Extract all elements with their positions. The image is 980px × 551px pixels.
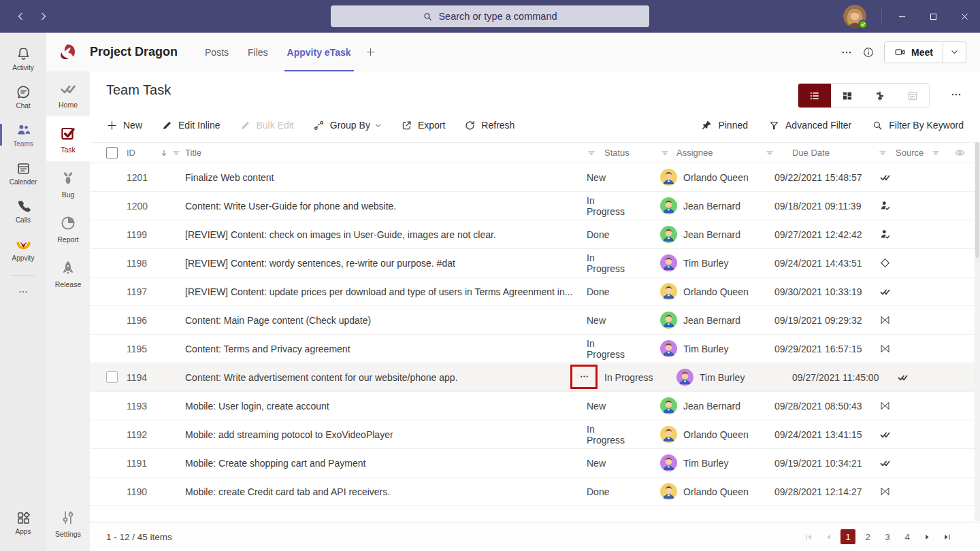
filter-icon[interactable] bbox=[172, 148, 181, 158]
rail-item-activity[interactable]: Activity bbox=[0, 39, 46, 78]
filter-icon[interactable] bbox=[878, 148, 896, 158]
sidenav-item-report[interactable]: Report bbox=[46, 206, 90, 251]
table-scrollbar[interactable] bbox=[975, 142, 980, 521]
page-next-button[interactable] bbox=[919, 529, 934, 544]
table-row[interactable]: 1191 Mobile: Create shopping cart and Pa… bbox=[90, 449, 980, 478]
refresh-button[interactable]: Refresh bbox=[464, 120, 514, 131]
sidenav-item-bug[interactable]: Bug bbox=[46, 161, 90, 206]
sidenav-item-home[interactable]: Home bbox=[46, 71, 90, 116]
rail-item-calendar[interactable]: Calender bbox=[0, 154, 46, 192]
filter-icon[interactable] bbox=[660, 148, 676, 158]
sort-desc-icon[interactable] bbox=[159, 148, 169, 158]
meet-button[interactable]: Meet bbox=[885, 42, 943, 63]
edit-inline-button[interactable]: Edit Inline bbox=[161, 120, 220, 131]
rail-item-apps[interactable]: Apps bbox=[0, 503, 46, 541]
table-row[interactable]: 1192 Mobile: add streaming potocol to Ex… bbox=[90, 420, 980, 449]
task-title[interactable]: Content: Terms and Privacy agreement bbox=[185, 344, 587, 354]
task-title[interactable]: Mobile: User login, create account bbox=[185, 401, 587, 412]
page-prev-button[interactable] bbox=[821, 529, 836, 544]
column-visibility-eye-icon[interactable] bbox=[947, 147, 972, 158]
assignee-avatar bbox=[660, 197, 677, 214]
view-calendar-button[interactable] bbox=[896, 84, 929, 107]
task-title[interactable]: Content: Write User-Guide for phone and … bbox=[185, 201, 587, 212]
task-status: In Progress bbox=[587, 252, 604, 274]
advanced-filter-button[interactable]: Advanced Filter bbox=[768, 120, 851, 131]
export-button[interactable]: Export bbox=[401, 120, 445, 131]
etask-dblcheck-icon bbox=[879, 171, 891, 183]
task-title[interactable]: Mobile: create Credit card tab and API r… bbox=[185, 486, 587, 497]
table-row[interactable]: 1197 [REVIEW] Content: update prices per… bbox=[90, 278, 980, 306]
meet-dropdown-button[interactable] bbox=[943, 42, 966, 63]
search-input[interactable]: Search or type a command bbox=[331, 5, 649, 27]
forward-icon[interactable] bbox=[38, 11, 49, 22]
channel-more-button[interactable] bbox=[840, 46, 853, 59]
page-number-1[interactable]: 1 bbox=[840, 529, 855, 544]
tab-posts[interactable]: Posts bbox=[195, 33, 238, 71]
task-title[interactable]: Mobile: add streaming potocol to ExoVide… bbox=[185, 429, 587, 440]
task-due-date: 09/29/2021 16:57:15 bbox=[765, 344, 783, 354]
sidenav-item-task[interactable]: Task bbox=[46, 116, 90, 161]
filter-by-keyword-button[interactable]: Filter By Keyword bbox=[872, 120, 964, 131]
group-by-button[interactable]: Group By bbox=[313, 120, 382, 131]
table-row[interactable]: 1201 Finalize Web content New Orlando Qu… bbox=[90, 163, 980, 192]
task-title[interactable]: [REVIEW] Content: update prices per down… bbox=[185, 286, 587, 297]
rail-item-appvity[interactable]: Appvity bbox=[0, 230, 46, 268]
view-gantt-button[interactable] bbox=[864, 84, 896, 107]
table-row[interactable]: 1199 [REVIEW] Content: check on images i… bbox=[90, 220, 980, 249]
rail-item-teams[interactable]: Teams bbox=[0, 116, 46, 154]
view-list-button[interactable] bbox=[798, 84, 831, 107]
page-number-4[interactable]: 4 bbox=[900, 529, 915, 544]
table-row[interactable]: 1195 Content: Terms and Privacy agreemen… bbox=[90, 335, 980, 363]
task-title[interactable]: [REVIEW] Content: check on images in Use… bbox=[185, 229, 587, 240]
page-number-3[interactable]: 3 bbox=[880, 529, 895, 544]
filter-icon[interactable] bbox=[765, 148, 783, 158]
rail-more-button[interactable] bbox=[18, 286, 29, 300]
table-row[interactable]: 1193 Mobile: User login, create account … bbox=[90, 392, 980, 420]
table-row[interactable]: 1190 Mobile: create Credit card tab and … bbox=[90, 478, 980, 506]
col-due-date: Due Date bbox=[783, 148, 878, 158]
tab-files[interactable]: Files bbox=[238, 33, 278, 71]
user-avatar[interactable] bbox=[843, 5, 866, 28]
select-all-checkbox[interactable] bbox=[106, 147, 118, 158]
minimize-button[interactable] bbox=[886, 0, 917, 33]
page-last-button[interactable] bbox=[939, 529, 954, 544]
chevron-down-icon bbox=[950, 48, 959, 56]
person-check-icon bbox=[879, 229, 891, 240]
page-first-button[interactable] bbox=[801, 529, 816, 544]
rail-item-chat[interactable]: Chat bbox=[0, 78, 46, 116]
new-button[interactable]: New bbox=[106, 120, 142, 131]
rail-item-calls[interactable]: Calls bbox=[0, 192, 46, 230]
sidenav-item-release[interactable]: Release bbox=[46, 251, 90, 296]
view-more-button[interactable] bbox=[950, 88, 962, 103]
sidenav-item-settings[interactable]: Settings bbox=[46, 501, 90, 546]
tab-appvity-etask[interactable]: Appvity eTask bbox=[278, 33, 361, 71]
task-title[interactable]: [REVIEW] Content: wordy sentences, re-wr… bbox=[185, 258, 587, 269]
task-status: In Progress bbox=[587, 195, 604, 217]
add-tab-button[interactable] bbox=[361, 42, 381, 63]
items-count: 1 - 12 / 45 items bbox=[106, 532, 172, 542]
view-board-button[interactable] bbox=[831, 84, 864, 107]
page-number-2[interactable]: 2 bbox=[860, 529, 875, 544]
channel-info-button[interactable] bbox=[862, 46, 875, 59]
task-title[interactable]: Mobile: Create shopping cart and Payment bbox=[185, 458, 587, 469]
bulk-edit-button[interactable]: Bulk Edit bbox=[240, 120, 294, 131]
table-row[interactable]: 1198 [REVIEW] Content: wordy sentences, … bbox=[90, 249, 980, 278]
task-assignee: Orlando Queen bbox=[660, 169, 676, 186]
close-button[interactable] bbox=[949, 0, 980, 33]
filter-icon[interactable] bbox=[587, 148, 604, 158]
table-row[interactable]: 1196 Content: Main Page content (Check u… bbox=[90, 306, 980, 335]
diamond-icon bbox=[879, 257, 891, 269]
maximize-button[interactable] bbox=[917, 0, 949, 33]
task-status: New bbox=[587, 401, 604, 412]
task-title[interactable]: Finalize Web content bbox=[185, 172, 587, 183]
scrollbar-thumb[interactable] bbox=[975, 142, 979, 258]
pinned-button[interactable]: Pinned bbox=[701, 120, 748, 131]
task-title[interactable]: Content: Main Page content (Check update… bbox=[185, 315, 587, 326]
table-row[interactable]: 1194 Content: Write advertisement conten… bbox=[90, 363, 980, 392]
task-title[interactable]: Content: Write advertisement content for… bbox=[185, 372, 587, 383]
row-checkbox[interactable] bbox=[106, 371, 118, 383]
table-row[interactable]: 1200 Content: Write User-Guide for phone… bbox=[90, 192, 980, 220]
back-icon[interactable] bbox=[15, 11, 26, 22]
row-more-button[interactable] bbox=[574, 368, 594, 386]
filter-icon[interactable] bbox=[931, 148, 947, 158]
